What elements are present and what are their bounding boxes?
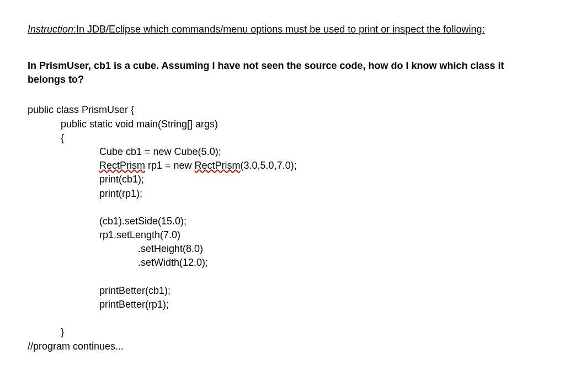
question-text: In PrismUser, cb1 is a cube. Assuming I … <box>28 59 537 87</box>
code-line: public static void main(String[] args) <box>28 117 537 131</box>
blank-line <box>28 270 537 284</box>
instruction-heading: Instruction:In JDB/Eclipse which command… <box>28 22 537 37</box>
code-text: rp1 = new <box>145 160 195 171</box>
instruction-text: :In JDB/Eclipse which commands/menu opti… <box>73 24 484 35</box>
code-line: public class PrismUser { <box>28 103 537 117</box>
spellcheck-word: RectPrism <box>99 160 145 171</box>
instruction-label: Instruction <box>28 24 73 35</box>
blank-line <box>28 312 537 325</box>
blank-line <box>28 201 537 214</box>
code-line: print(rp1); <box>28 187 537 201</box>
code-text: (3.0,5.0,7.0); <box>241 160 297 171</box>
code-line: printBetter(cb1); <box>28 284 537 298</box>
code-line: printBetter(rp1); <box>28 298 537 312</box>
code-line: (cb1).setSide(15.0); <box>28 214 537 228</box>
code-block: public class PrismUser { public static v… <box>28 103 537 353</box>
code-line: } <box>28 325 537 339</box>
code-line: { <box>28 131 537 145</box>
code-line: .setHeight(8.0) <box>28 242 537 256</box>
code-line: Cube cb1 = new Cube(5.0); <box>28 145 537 159</box>
code-line: RectPrism rp1 = new RectPrism(3.0,5.0,7.… <box>28 159 537 173</box>
code-line: //program continues... <box>28 340 537 353</box>
spellcheck-word: RectPrism <box>195 160 241 171</box>
code-line: rp1.setLength(7.0) <box>28 228 537 242</box>
code-line: .setWidth(12.0); <box>28 256 537 270</box>
code-line: print(cb1); <box>28 173 537 186</box>
